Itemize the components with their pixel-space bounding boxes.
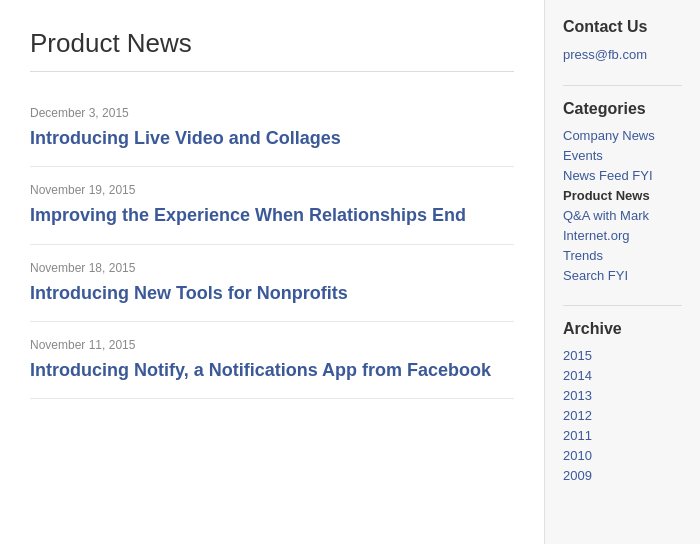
category-link[interactable]: Company News: [563, 128, 682, 143]
categories-section: Categories Company NewsEventsNews Feed F…: [563, 100, 682, 283]
article-title[interactable]: Introducing New Tools for Nonprofits: [30, 283, 348, 303]
article-title[interactable]: Introducing Notify, a Notifications App …: [30, 360, 491, 380]
article-title[interactable]: Improving the Experience When Relationsh…: [30, 205, 466, 225]
category-link[interactable]: Internet.org: [563, 228, 682, 243]
article-item: November 19, 2015Improving the Experienc…: [30, 167, 514, 244]
category-link: Product News: [563, 188, 682, 203]
article-date: December 3, 2015: [30, 106, 514, 120]
article-date: November 19, 2015: [30, 183, 514, 197]
page-title: Product News: [30, 28, 514, 72]
category-link[interactable]: Search FYI: [563, 268, 682, 283]
contact-email[interactable]: press@fb.com: [563, 47, 647, 62]
archive-year-link[interactable]: 2009: [563, 468, 682, 483]
article-list: December 3, 2015Introducing Live Video a…: [30, 90, 514, 399]
category-link[interactable]: Events: [563, 148, 682, 163]
archive-list: 2015201420132012201120102009: [563, 348, 682, 483]
category-link[interactable]: Trends: [563, 248, 682, 263]
archive-section: Archive 2015201420132012201120102009: [563, 320, 682, 483]
categories-title: Categories: [563, 100, 682, 118]
article-date: November 18, 2015: [30, 261, 514, 275]
archive-year-link[interactable]: 2010: [563, 448, 682, 463]
archive-year-link[interactable]: 2012: [563, 408, 682, 423]
archive-year-link[interactable]: 2013: [563, 388, 682, 403]
article-item: November 11, 2015Introducing Notify, a N…: [30, 322, 514, 399]
categories-list: Company NewsEventsNews Feed FYIProduct N…: [563, 128, 682, 283]
article-item: November 18, 2015Introducing New Tools f…: [30, 245, 514, 322]
contact-section: Contact Us press@fb.com: [563, 18, 682, 63]
contact-title: Contact Us: [563, 18, 682, 36]
category-link[interactable]: News Feed FYI: [563, 168, 682, 183]
article-title[interactable]: Introducing Live Video and Collages: [30, 128, 341, 148]
main-content: Product News December 3, 2015Introducing…: [0, 0, 545, 544]
page-layout: Product News December 3, 2015Introducing…: [0, 0, 700, 544]
archive-year-link[interactable]: 2015: [563, 348, 682, 363]
archive-year-link[interactable]: 2014: [563, 368, 682, 383]
article-date: November 11, 2015: [30, 338, 514, 352]
sidebar: Contact Us press@fb.com Categories Compa…: [545, 0, 700, 544]
category-link[interactable]: Q&A with Mark: [563, 208, 682, 223]
divider-2: [563, 305, 682, 306]
article-item: December 3, 2015Introducing Live Video a…: [30, 90, 514, 167]
archive-year-link[interactable]: 2011: [563, 428, 682, 443]
archive-title: Archive: [563, 320, 682, 338]
divider: [563, 85, 682, 86]
